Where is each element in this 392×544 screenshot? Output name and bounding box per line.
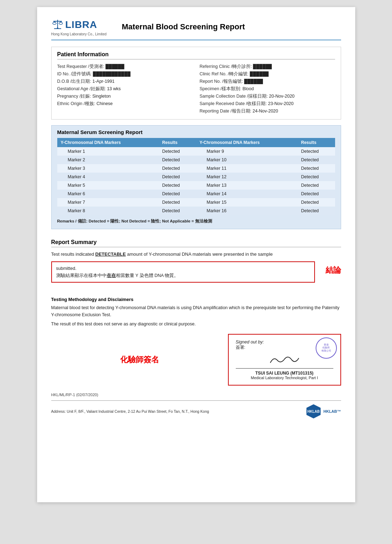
methodology-text2: The result of this test does not serve a…	[51, 320, 341, 328]
markers-table-row: Marker 2DetectedMarker 10Detected	[57, 156, 335, 164]
conclusion-label: 結論	[326, 261, 341, 276]
patient-row-requester: Test Requester /受測者: ██████	[57, 63, 193, 70]
detectable-text: DETECTABLE	[95, 251, 126, 257]
methodology-section: Testing Methodology and Disclaimers Mate…	[51, 297, 341, 328]
marker-right-result: Detected	[298, 181, 335, 190]
patient-left-col: Test Requester /受測者: ██████ ID No. /證件號碼…	[57, 63, 193, 115]
footer-address: Address: Unit F, 8/F., Valiant Industria…	[51, 409, 304, 413]
doc-ref: HKL/ML/RP-1 (02/07/2020)	[51, 393, 341, 397]
patient-row-specimen: Specimen /樣本類別: Blood	[200, 85, 335, 93]
marker-right-result: Detected	[298, 164, 335, 173]
col-header-results-left: Results	[159, 138, 196, 147]
marker-right-name: Marker 14	[196, 190, 297, 198]
footer-logo-area: HKLAB HKLAB™	[306, 404, 341, 419]
markers-table-row: Marker 8DetectedMarker 16Detected	[57, 207, 335, 215]
marker-left-name: Marker 4	[57, 173, 159, 181]
marker-left-result: Detected	[159, 190, 196, 198]
patient-info-title: Patient Information	[57, 51, 335, 59]
patient-row-clinic: Referring Clinic /轉介診所: ██████	[200, 63, 335, 70]
report-title: Maternal Blood Screening Report	[122, 22, 245, 31]
patient-row-received-date: Sample Received Date /收樣日期: 23-Nov-2020	[200, 100, 335, 108]
signatory-name: TSUI SAI LEUNG (MT101315)	[236, 371, 333, 376]
marker-right-result: Detected	[298, 173, 335, 181]
submitted-box: submitted. 測驗結果顯示在樣本中中在在相當數量 Y 染色體 DNA 物…	[51, 261, 315, 283]
logo-brand-text: LIBRA	[65, 19, 98, 30]
marker-right-result: Detected	[298, 156, 335, 164]
marker-left-result: Detected	[159, 173, 196, 181]
signature-line-divider	[236, 368, 333, 369]
patient-row-gestational: Gestational Age /妊娠期: 13 wks	[57, 85, 193, 93]
marker-left-result: Detected	[159, 156, 196, 164]
patient-right-col: Referring Clinic /轉介診所: ██████ Clinic Re…	[200, 63, 335, 115]
report-summary-section: Report Summary Test results indicated DE…	[51, 236, 341, 291]
conclusion-row: submitted. 測驗結果顯示在樣本中中在在相當數量 Y 染色體 DNA 物…	[51, 261, 341, 283]
patient-row-dob: D.O.B /出生日期: 1-Apr-1991	[57, 78, 193, 85]
chinese-result-text: 測驗結果顯示在樣本中中在在相當數量 Y 染色體 DNA 物質。	[56, 272, 310, 279]
remarks-text: Remarks / 備註: Detected = 陽性; Not Detecte…	[57, 219, 335, 224]
markers-table-row: Marker 5DetectedMarker 13Detected	[57, 181, 335, 190]
summary-title: Report Summary	[51, 239, 341, 247]
marker-right-result: Detected	[298, 198, 335, 207]
marker-left-name: Marker 2	[57, 156, 159, 164]
marker-left-name: Marker 5	[57, 181, 159, 190]
signatory-title: Medical Laboratory Technologist, Part I	[236, 376, 333, 380]
svg-point-5	[59, 22, 63, 24]
patient-information-section: Patient Information Test Requester /受測者:…	[51, 47, 341, 120]
marker-right-result: Detected	[298, 207, 335, 215]
col-header-results-right: Results	[298, 138, 335, 147]
footer-bar: Address: Unit F, 8/F., Valiant Industria…	[51, 400, 341, 419]
patient-row-pregnancy: Pregnancy /妊娠: Singleton	[57, 93, 193, 100]
libra-scale-icon	[51, 18, 64, 31]
marker-left-name: Marker 6	[57, 190, 159, 198]
patient-row-id: ID No. /證件號碼: ████████████	[57, 70, 193, 78]
report-page: LIBRA Hong Kong Laboratory Co., Limited …	[37, 7, 355, 502]
hklab-logo-icon: HKLAB	[306, 404, 321, 419]
svg-point-4	[53, 22, 56, 24]
marker-left-result: Detected	[159, 207, 196, 215]
laboratory-stamp: 香港化驗所有限公司	[316, 337, 337, 359]
markers-table-row: Marker 6DetectedMarker 14Detected	[57, 190, 335, 198]
markers-table-row: Marker 4DetectedMarker 12Detected	[57, 173, 335, 181]
patient-row-report-no: Report No. /報告編號: ██████	[200, 78, 335, 85]
patient-row-collection-date: Sample Collection Date /採樣日期: 20-Nov-202…	[200, 93, 335, 100]
marker-right-name: Marker 15	[196, 198, 297, 207]
marker-right-result: Detected	[298, 147, 335, 156]
sign-box: 香港化驗所有限公司 Signed out by: 簽署: TSUI SAI LE…	[228, 334, 341, 386]
logo-area: LIBRA Hong Kong Laboratory Co., Limited	[51, 18, 115, 36]
signature-row: 化驗師簽名 香港化驗所有限公司 Signed out by: 簽署: TSUI …	[51, 334, 341, 386]
marker-left-name: Marker 7	[57, 198, 159, 207]
patient-grid: Test Requester /受測者: ██████ ID No. /證件號碼…	[57, 63, 335, 115]
submitted-line: submitted.	[56, 265, 310, 272]
report-header: LIBRA Hong Kong Laboratory Co., Limited …	[51, 18, 341, 40]
hklab-text: HKLAB™	[323, 409, 341, 413]
patient-row-clinic-ref: Clinic Ref No. /轉介編號: ██████	[200, 70, 335, 78]
patient-row-reporting-date: Reporting Date /報告日期: 24-Nov-2020	[200, 108, 335, 115]
markers-table-row: Marker 1DetectedMarker 9Detected	[57, 147, 335, 156]
logo-subtitle-text: Hong Kong Laboratory Co., Limited	[51, 32, 115, 36]
marker-left-name: Marker 1	[57, 147, 159, 156]
methodology-title: Testing Methodology and Disclaimers	[51, 297, 341, 302]
serum-title: Maternal Serum Screening Report	[57, 129, 335, 135]
marker-right-name: Marker 16	[196, 207, 297, 215]
patient-row-ethnic: Ethnic Origin /種族: Chinese	[57, 100, 193, 108]
marker-left-result: Detected	[159, 198, 196, 207]
marker-right-name: Marker 11	[196, 164, 297, 173]
svg-text:HKLAB: HKLAB	[308, 410, 320, 413]
markers-table: Y-Chromosomal DNA Markers Results Y-Chro…	[57, 138, 335, 215]
markers-table-row: Marker 7DetectedMarker 15Detected	[57, 198, 335, 207]
summary-paragraph: Test results indicated DETECTABLE amount…	[51, 251, 341, 258]
marker-right-name: Marker 9	[196, 147, 297, 156]
marker-right-result: Detected	[298, 190, 335, 198]
marker-left-result: Detected	[159, 164, 196, 173]
svg-rect-1	[54, 28, 61, 29]
markers-table-row: Marker 3DetectedMarker 11Detected	[57, 164, 335, 173]
markers-table-header-row: Y-Chromosomal DNA Markers Results Y-Chro…	[57, 138, 335, 147]
methodology-text1: Maternal blood test for detecting Y-chro…	[51, 304, 341, 318]
serum-screening-section: Maternal Serum Screening Report Y-Chromo…	[51, 125, 341, 229]
col-header-marker-left: Y-Chromosomal DNA Markers	[57, 138, 159, 147]
marker-right-name: Marker 10	[196, 156, 297, 164]
marker-right-name: Marker 13	[196, 181, 297, 190]
col-header-marker-right: Y-Chromosomal DNA Markers	[196, 138, 297, 147]
marker-left-name: Marker 8	[57, 207, 159, 215]
marker-left-name: Marker 3	[57, 164, 159, 173]
